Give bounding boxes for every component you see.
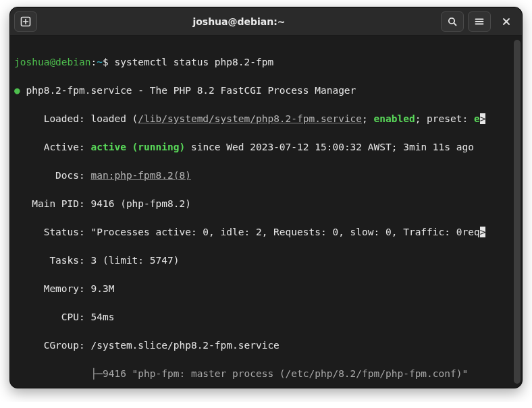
command-text: systemctl status php8.2-fpm [114,57,273,67]
prompt-dollar: $ [103,57,114,67]
terminal-window: joshua@debian:~ joshua@debian:~$ systemc… [9,7,523,388]
cpu-value: 54ms [91,312,115,322]
tree-branch-icon: ├─ [14,368,103,379]
window-title: joshua@debian:~ [41,16,437,27]
docs-label: Docs: [14,170,91,181]
scrollbar-thumb[interactable] [514,40,521,384]
status-value: "Processes active: 0, idle: 2, Requests:… [91,227,480,237]
loaded-enabled: enabled [374,113,415,124]
unit-description: php8.2-fpm.service - The PHP 8.2 FastCGI… [20,85,356,96]
active-since: since Wed 2023-07-12 15:00:32 AWST; 3min… [185,142,474,152]
cgroup-tree-line: ├─9416 "php-fpm: master process (/etc/ph… [14,367,519,381]
cpu-label: CPU: [14,312,91,322]
plus-box-icon [20,16,31,27]
cgroup-line: CGroup: /system.slice/php8.2-fpm.service [14,339,519,353]
menu-button[interactable] [468,11,491,32]
docs-line: Docs: man:php-fpm8.2(8) [14,169,519,183]
close-button[interactable] [495,11,518,32]
mainpid-label: Main PID: [14,198,91,209]
prompt-sep: : [91,57,97,67]
overflow-indicator: > [480,227,486,237]
search-button[interactable] [441,11,464,32]
loaded-path: /lib/systemd/system/php8.2-fpm.service [138,113,362,124]
active-line: Active: active (running) since Wed 2023-… [14,140,519,154]
close-icon [502,17,511,26]
mainpid-line: Main PID: 9416 (php-fpm8.2) [14,197,519,211]
prompt-line: joshua@debian:~$ systemctl status php8.2… [14,55,519,69]
memory-label: Memory: [14,283,91,294]
status-label: Status: [14,227,91,237]
tasks-value: 3 (limit: 5747) [91,255,180,266]
memory-value: 9.3M [91,283,115,294]
mainpid-value: 9416 (php-fpm8.2) [91,198,191,209]
loaded-mid: ; [362,113,373,124]
loaded-tail: e [474,113,480,124]
prompt-cwd: ~ [97,57,103,67]
cpu-line: CPU: 54ms [14,310,519,324]
cgroup-label: CGroup: [14,340,91,351]
overflow-indicator: > [480,113,486,124]
tasks-line: Tasks: 3 (limit: 5747) [14,254,519,268]
prompt-user-host: joshua@debian [14,57,91,67]
docs-value: man:php-fpm8.2(8) [91,170,191,181]
terminal-viewport[interactable]: joshua@debian:~$ systemctl status php8.2… [10,36,522,388]
active-label: Active: [14,142,91,152]
active-state: active (running) [91,142,186,152]
status-dot-icon: ● [14,85,20,96]
memory-line: Memory: 9.3M [14,282,519,296]
loaded-label: Loaded: [14,113,91,124]
tree-entry: 9416 "php-fpm: master process (/etc/php/… [103,368,468,379]
titlebar: joshua@debian:~ [10,7,522,36]
hamburger-icon [474,16,485,27]
loaded-line: Loaded: loaded (/lib/systemd/system/php8… [14,112,519,126]
status-line: Status: "Processes active: 0, idle: 2, R… [14,225,519,239]
loaded-pre: loaded ( [91,113,138,124]
loaded-post: ; preset: [415,113,474,124]
unit-line: ● php8.2-fpm.service - The PHP 8.2 FastC… [14,84,519,98]
cgroup-value: /system.slice/php8.2-fpm.service [91,340,280,351]
scrollbar[interactable] [514,40,521,384]
new-tab-button[interactable] [14,11,37,32]
search-icon [447,16,458,27]
titlebar-right-group [441,11,518,32]
tasks-label: Tasks: [14,255,91,266]
